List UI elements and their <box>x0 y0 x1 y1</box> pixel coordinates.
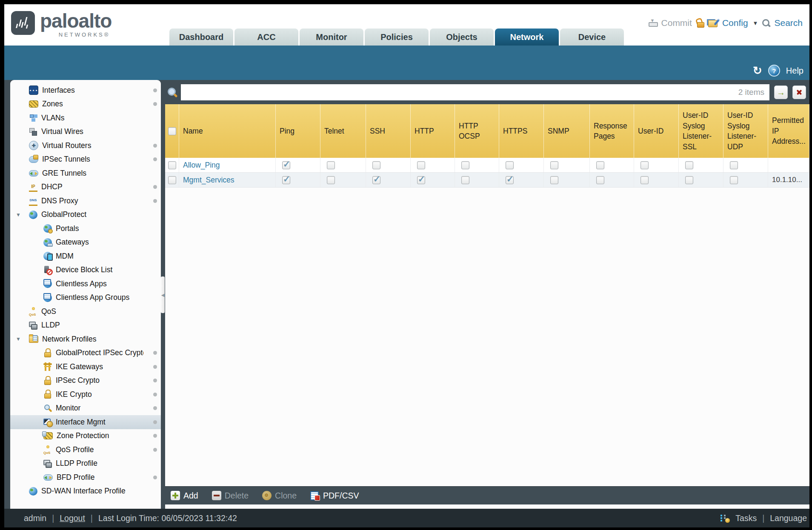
column-header-user-id-syslog-listener-udp[interactable]: User-ID Syslog Listener-UDP <box>723 104 768 158</box>
column-header-ssh[interactable]: SSH <box>366 104 411 158</box>
unchecked-checkbox[interactable] <box>596 161 604 169</box>
column-header-response-pages[interactable]: Response Pages <box>590 104 634 158</box>
sidebar-item-bfd-profile[interactable]: BFD Profile <box>10 470 161 484</box>
config-button[interactable]: Config <box>722 18 748 28</box>
unchecked-checkbox[interactable] <box>327 176 335 184</box>
sidebar-item-interfaces[interactable]: Interfaces <box>10 83 161 97</box>
sidebar-item-vlans[interactable]: VLANs <box>10 111 161 125</box>
unchecked-checkbox[interactable] <box>596 176 604 184</box>
unchecked-checkbox[interactable] <box>730 176 738 184</box>
unchecked-checkbox[interactable] <box>461 176 469 184</box>
sidebar-item-clientless-app-groups[interactable]: Clientless App Groups <box>10 291 161 305</box>
column-header-permitted-ip-address[interactable]: Permitted IP Address... <box>768 104 809 158</box>
sidebar-item-virtual-routers[interactable]: Virtual Routers <box>10 139 161 153</box>
sidebar-item-lldp-profile[interactable]: LLDP Profile <box>10 457 161 471</box>
tab-acc[interactable]: ACC <box>234 28 298 46</box>
tab-policies[interactable]: Policies <box>365 28 429 46</box>
unchecked-checkbox[interactable] <box>417 161 425 169</box>
sidebar-item-dhcp[interactable]: DHCP <box>10 180 161 194</box>
tab-objects[interactable]: Objects <box>430 28 494 46</box>
checked-checkbox[interactable] <box>282 161 290 169</box>
checked-checkbox[interactable] <box>282 176 290 184</box>
sidebar-item-ike-crypto[interactable]: IKE Crypto <box>10 388 161 402</box>
profile-name-link[interactable]: Mgmt_Services <box>183 176 234 185</box>
sidebar-collapse-handle[interactable]: ◀ <box>161 276 165 313</box>
sidebar-item-interface-mgmt[interactable]: Interface Mgmt <box>10 415 161 429</box>
column-header-http-ocsp[interactable]: HTTP OCSP <box>455 104 499 158</box>
unchecked-checkbox[interactable] <box>327 161 335 169</box>
sidebar-item-qos[interactable]: QoS <box>10 305 161 319</box>
sidebar-item-zone-protection[interactable]: Zone Protection <box>10 429 161 443</box>
sidebar-item-sd-wan-interface-profile[interactable]: SD-WAN Interface Profile <box>10 484 161 499</box>
unchecked-checkbox[interactable] <box>685 161 693 169</box>
sidebar-item-network-profiles[interactable]: ▼Network Profiles <box>10 332 161 346</box>
sidebar-item-gateways[interactable]: Gateways <box>10 236 161 250</box>
column-header-https[interactable]: HTTPS <box>499 104 544 158</box>
tab-dashboard[interactable]: Dashboard <box>169 28 233 46</box>
unchecked-checkbox[interactable] <box>550 161 558 169</box>
help-icon[interactable]: ? <box>768 65 780 77</box>
sidebar-item-virtual-wires[interactable]: Virtual Wires <box>10 125 161 139</box>
tab-monitor[interactable]: Monitor <box>300 28 363 46</box>
sidebar-item-gre-tunnels[interactable]: GRE Tunnels <box>10 166 161 180</box>
sidebar-item-lldp[interactable]: LLDP <box>10 319 161 333</box>
refresh-icon[interactable]: ↻ <box>753 66 762 75</box>
unchecked-checkbox[interactable] <box>550 176 558 184</box>
column-header-user-id[interactable]: User-ID <box>634 104 679 158</box>
checked-checkbox[interactable] <box>372 176 380 184</box>
column-header-name[interactable]: Name <box>179 104 276 158</box>
sidebar-item-monitor[interactable]: Monitor <box>10 402 161 416</box>
tab-network[interactable]: Network <box>495 28 559 46</box>
unlocked-padlock-icon[interactable] <box>696 18 704 28</box>
sidebar-item-ike-gateways[interactable]: IKE Gateways <box>10 360 161 374</box>
unchecked-checkbox[interactable] <box>461 161 469 169</box>
row-select-checkbox[interactable] <box>168 161 176 169</box>
language-link[interactable]: Language <box>770 513 807 523</box>
pdf-csv-button[interactable]: PDF/CSV <box>310 491 359 501</box>
logout-link[interactable]: Logout <box>60 513 85 523</box>
sidebar-item-mdm[interactable]: MDM <box>10 249 161 263</box>
search-button[interactable]: Search <box>774 18 803 28</box>
unchecked-checkbox[interactable] <box>640 176 649 184</box>
unchecked-checkbox[interactable] <box>730 161 738 169</box>
column-header-http[interactable]: HTTP <box>411 104 455 158</box>
sidebar-item-clientless-apps[interactable]: Clientless Apps <box>10 277 161 291</box>
add-button[interactable]: Add <box>171 491 198 501</box>
select-all-checkbox[interactable] <box>168 127 176 135</box>
help-label[interactable]: Help <box>786 66 803 76</box>
tasks-icon[interactable] <box>721 514 730 522</box>
unchecked-checkbox[interactable] <box>506 161 514 169</box>
sidebar-item-ipsec-tunnels[interactable]: IPSec Tunnels <box>10 153 161 167</box>
column-header-user-id-syslog-listener-ssl[interactable]: User-ID Syslog Listener-SSL <box>679 104 723 158</box>
sidebar-item-device-block-list[interactable]: Device Block List <box>10 263 161 277</box>
expander-triangle-icon[interactable]: ▼ <box>16 336 21 342</box>
profile-name-link[interactable]: Allow_Ping <box>183 161 220 170</box>
delete-icon <box>212 491 221 500</box>
unchecked-checkbox[interactable] <box>640 161 649 169</box>
config-caret-icon[interactable]: ▼ <box>753 20 758 26</box>
sidebar-item-zones[interactable]: Zones <box>10 97 161 111</box>
sidebar-item-globalprotect[interactable]: ▼GlobalProtect <box>10 208 161 222</box>
expander-triangle-icon[interactable]: ▼ <box>16 212 21 218</box>
row-select-checkbox[interactable] <box>168 176 176 184</box>
column-header-snmp[interactable]: SNMP <box>544 104 590 158</box>
checked-checkbox[interactable] <box>506 176 514 184</box>
sidebar-item-portals[interactable]: Portals <box>10 222 161 236</box>
column-header-ping[interactable]: Ping <box>276 104 320 158</box>
sidebar-item-ipsec-crypto[interactable]: IPSec Crypto <box>10 374 161 388</box>
clear-filter-button[interactable] <box>792 85 806 99</box>
unchecked-checkbox[interactable] <box>372 161 380 169</box>
delete-button[interactable]: Delete <box>212 491 249 501</box>
checked-checkbox[interactable] <box>417 176 425 184</box>
column-header-telnet[interactable]: Telnet <box>320 104 366 158</box>
sidebar-item-globalprotect-ipsec-crypto[interactable]: GlobalProtect IPSec Crypto <box>10 346 161 360</box>
tasks-link[interactable]: Tasks <box>735 513 757 523</box>
sidebar-item-qos-profile[interactable]: QoS Profile <box>10 443 161 457</box>
apply-filter-button[interactable]: → <box>774 85 788 99</box>
sidebar-item-dns-proxy[interactable]: DNS Proxy <box>10 194 161 208</box>
commit-button[interactable]: Commit <box>661 18 692 28</box>
unchecked-checkbox[interactable] <box>685 176 693 184</box>
filter-input[interactable]: 2 items <box>181 84 769 100</box>
tab-device[interactable]: Device <box>560 28 624 46</box>
clone-button[interactable]: Clone <box>262 491 297 501</box>
